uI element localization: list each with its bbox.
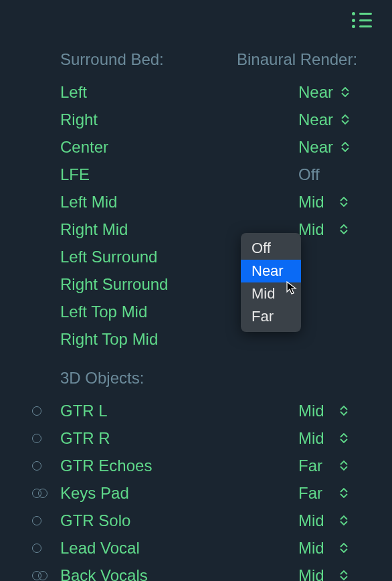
object-name: GTR R xyxy=(60,429,298,448)
channel-name: LFE xyxy=(60,165,298,184)
render-value: Mid xyxy=(298,539,332,558)
updown-chevron-icon[interactable] xyxy=(340,406,348,416)
render-value: Mid xyxy=(298,193,332,212)
object-row: Keys Pad Far xyxy=(32,479,365,507)
mono-ring-icon xyxy=(32,434,41,443)
row-icon-slot xyxy=(32,489,60,498)
render-dropdown-popup: OffNearMidFar xyxy=(241,233,301,332)
render-value-cell[interactable]: Mid xyxy=(298,193,365,212)
surround-row: Right Top Mid xyxy=(32,325,365,353)
render-value: Off xyxy=(298,165,332,184)
3d-objects-header: 3D Objects: xyxy=(32,369,365,388)
surround-row: Left Top Mid xyxy=(32,298,365,325)
mono-ring-icon xyxy=(32,461,41,471)
mono-ring-icon xyxy=(32,516,41,525)
render-value-cell[interactable]: Far xyxy=(298,456,365,475)
binaural-render-header: Binaural Render: xyxy=(237,50,357,69)
updown-chevron-icon[interactable] xyxy=(340,433,348,443)
render-value-cell[interactable]: Near xyxy=(298,138,365,157)
channel-name: Left xyxy=(60,83,298,102)
render-value-cell[interactable]: Mid xyxy=(298,402,365,420)
updown-chevron-icon[interactable] xyxy=(340,197,348,207)
render-value-cell[interactable]: Near xyxy=(298,110,365,129)
object-row: GTR L Mid xyxy=(32,397,365,424)
dropdown-option[interactable]: Near xyxy=(241,260,301,282)
render-value: Mid xyxy=(298,566,332,582)
object-name: Lead Vocal xyxy=(60,539,298,558)
render-value-cell[interactable]: Off xyxy=(298,165,365,184)
render-value: Near xyxy=(298,138,333,157)
surround-row: Left Near xyxy=(32,78,365,106)
row-icon-slot xyxy=(32,544,60,553)
render-value-cell[interactable]: Mid xyxy=(298,511,365,530)
object-row: Lead Vocal Mid xyxy=(32,534,365,562)
object-row: GTR R Mid xyxy=(32,424,365,452)
channel-name: Right xyxy=(60,110,298,129)
surround-row: LFE Off xyxy=(32,161,365,188)
render-value-cell[interactable]: Mid xyxy=(298,566,365,582)
render-value: Far xyxy=(298,484,332,503)
mono-ring-icon xyxy=(32,406,41,416)
row-icon-slot xyxy=(32,461,60,471)
render-value-cell[interactable]: Near xyxy=(298,83,365,102)
object-name: Back Vocals xyxy=(60,566,298,582)
surround-row: Right Surround xyxy=(32,270,365,298)
surround-row: Left Mid Mid xyxy=(32,188,365,216)
surround-row: Right Near xyxy=(32,106,365,133)
object-name: GTR Solo xyxy=(60,511,298,530)
stereo-rings-icon xyxy=(32,571,47,580)
dropdown-option[interactable]: Off xyxy=(241,237,301,260)
updown-chevron-icon[interactable] xyxy=(341,142,349,152)
surround-row: Left Surround xyxy=(32,243,365,270)
surround-row: Center Near xyxy=(32,133,365,161)
render-panel: Surround Bed: Binaural Render: Left Near… xyxy=(0,50,392,581)
updown-chevron-icon[interactable] xyxy=(340,570,348,580)
updown-chevron-icon[interactable] xyxy=(340,488,348,498)
render-value: Mid xyxy=(298,220,332,239)
dropdown-option[interactable]: Mid xyxy=(241,282,301,305)
updown-chevron-icon[interactable] xyxy=(340,224,348,234)
surround-bed-header: Surround Bed: xyxy=(32,50,237,69)
updown-chevron-icon[interactable] xyxy=(340,515,348,525)
updown-chevron-icon[interactable] xyxy=(341,114,349,124)
object-name: GTR Echoes xyxy=(60,456,298,475)
channel-name: Center xyxy=(60,138,298,157)
row-icon-slot xyxy=(32,406,60,416)
stereo-rings-icon xyxy=(32,489,47,498)
column-headers: Surround Bed: Binaural Render: xyxy=(32,50,365,69)
surround-row: Right Mid Mid xyxy=(32,216,365,243)
render-value: Mid xyxy=(298,429,332,448)
render-value: Far xyxy=(298,456,332,475)
object-name: Keys Pad xyxy=(60,484,298,503)
object-name: GTR L xyxy=(60,402,298,420)
updown-chevron-icon[interactable] xyxy=(341,87,349,97)
render-value: Mid xyxy=(298,402,332,420)
channel-name: Right Top Mid xyxy=(60,330,298,349)
row-icon-slot xyxy=(32,434,60,443)
render-value: Near xyxy=(298,83,333,102)
channel-name: Left Mid xyxy=(60,193,298,212)
object-row: GTR Echoes Far xyxy=(32,452,365,479)
render-value-cell[interactable]: Mid xyxy=(298,429,365,448)
row-icon-slot xyxy=(32,571,60,580)
row-icon-slot xyxy=(32,516,60,525)
mono-ring-icon xyxy=(32,544,41,553)
object-row: GTR Solo Mid xyxy=(32,507,365,534)
updown-chevron-icon[interactable] xyxy=(340,543,348,553)
list-menu-icon[interactable] xyxy=(352,12,372,28)
updown-chevron-icon[interactable] xyxy=(340,461,348,471)
dropdown-option[interactable]: Far xyxy=(241,305,301,328)
render-value-cell[interactable]: Mid xyxy=(298,220,365,239)
render-value: Mid xyxy=(298,511,332,530)
render-value: Near xyxy=(298,110,333,129)
object-row: Back Vocals Mid xyxy=(32,562,365,581)
render-value-cell[interactable]: Far xyxy=(298,484,365,503)
render-value-cell[interactable]: Mid xyxy=(298,539,365,558)
